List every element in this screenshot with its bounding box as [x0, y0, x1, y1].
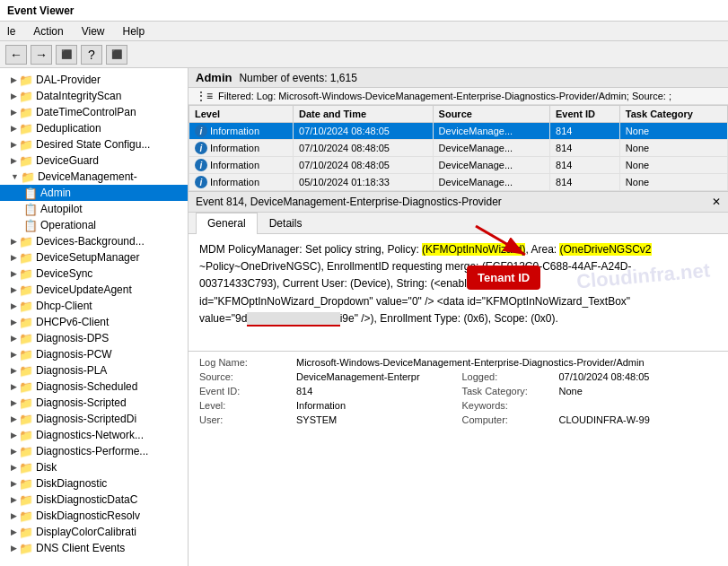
taskcategory-label: Task Category:	[462, 386, 552, 396]
tree-item[interactable]: ▶ 📁 DHCPv6-Client	[0, 314, 188, 330]
table-header-row: Level Date and Time Source Event ID Task…	[189, 106, 728, 123]
eventid-value: 814	[296, 386, 455, 396]
detail-content: Cloudinfra.net MDM PolicyManager: Set po…	[189, 234, 728, 351]
tree-item[interactable]: ▶ 📁 Dhcp-Client	[0, 298, 188, 314]
col-eventid[interactable]: Event ID	[550, 106, 620, 123]
taskcategory-cell: None	[619, 140, 727, 157]
taskcategory-cell: None	[619, 157, 727, 174]
tree-item[interactable]: ▶ 📁 DiskDiagnosticDataC	[0, 492, 188, 508]
menu-file[interactable]: le	[4, 23, 19, 39]
user-value: SYSTEM	[296, 414, 455, 425]
tree-item[interactable]: ▶ 📁 DeviceSync	[0, 266, 188, 282]
view-button[interactable]: ⬛	[56, 45, 77, 65]
tree-item[interactable]: ▶ 📁 DiskDiagnostic	[0, 475, 188, 492]
computer-label: Computer:	[462, 414, 552, 425]
table-row[interactable]: iInformation07/10/2024 08:48:05DeviceMan…	[189, 157, 728, 174]
filter-bar: ⋮≡ Filtered: Log: Microsoft-Windows-Devi…	[189, 88, 728, 105]
tree-item[interactable]: ▶ 📁 DeviceGuard	[0, 152, 188, 169]
tree-item[interactable]: ▶ 📁 Desired State Configu...	[0, 136, 188, 152]
extra-button[interactable]: ⬛	[106, 45, 127, 65]
taskcategory-cell: None	[619, 123, 727, 140]
tree-operational[interactable]: 📋 Operational	[0, 217, 188, 233]
logged-value: 07/10/2024 08:48:05	[559, 371, 718, 382]
keywords-label: Keywords:	[462, 400, 552, 411]
eventid-cell: 814	[550, 157, 620, 174]
tree-item[interactable]: ▶ 📁 Diagnosis-PLA	[0, 362, 188, 379]
main-container: ▶ 📁 DAL-Provider ▶ 📁 DataIntegrityScan ▶…	[0, 68, 728, 566]
highlight-area: (OneDriveNGSCv2	[559, 243, 651, 256]
detail-tabs: General Details	[189, 213, 728, 234]
tree-item[interactable]: ▶ 📁 DAL-Provider	[0, 72, 188, 88]
source-cell: DeviceManage...	[433, 123, 549, 140]
filter-text: Filtered: Log: Microsoft-Windows-DeviceM…	[218, 91, 671, 101]
menu-help[interactable]: Help	[119, 23, 149, 39]
tree-item[interactable]: ▶ 📁 Diagnostics-Performe...	[0, 443, 188, 459]
back-button[interactable]: ←	[5, 45, 27, 65]
level-label: Level:	[199, 400, 289, 411]
source-cell: DeviceManage...	[433, 140, 549, 157]
level-value: Information	[296, 400, 455, 411]
red-arrow-svg	[467, 217, 539, 262]
tree-item[interactable]: ▶ 📁 DisplayColorCalibrati	[0, 524, 188, 540]
user-label: User:	[199, 414, 289, 425]
log-name-label: Log Name:	[199, 357, 289, 368]
title-text: Event Viewer	[7, 4, 74, 17]
tree-item[interactable]: ▶ 📁 DeviceUpdateAgent	[0, 282, 188, 298]
arrow-annotation: Tenant ID	[467, 217, 540, 291]
info-icon: i	[195, 159, 207, 171]
bottom-info: Log Name: Microsoft-Windows-DeviceManage…	[189, 351, 728, 431]
tab-general[interactable]: General	[196, 213, 258, 234]
tree-item[interactable]: ▶ 📁 DataIntegrityScan	[0, 88, 188, 104]
tree-autopilot[interactable]: 📋 Autopilot	[0, 201, 188, 217]
tree-item[interactable]: ▶ 📁 Diagnostics-Network...	[0, 427, 188, 443]
col-taskcategory[interactable]: Task Category	[619, 106, 727, 123]
eventid-label: Event ID:	[199, 386, 289, 396]
tenant-id-label: Tenant ID	[467, 266, 540, 291]
help-button[interactable]: ?	[81, 45, 102, 65]
detail-header-title: Event 814, DeviceManagement-Enterprise-D…	[196, 196, 502, 208]
eventid-cell: 814	[550, 123, 620, 140]
detail-close-icon[interactable]: ✕	[712, 196, 721, 208]
tree-item[interactable]: ▶ 📁 DateTimeControlPan	[0, 104, 188, 120]
tab-details[interactable]: Details	[258, 213, 314, 233]
tree-device-management[interactable]: ▼ 📁 DeviceManagement-	[0, 169, 188, 185]
tree-item[interactable]: ▶ 📁 DNS Client Events	[0, 540, 188, 556]
tree-item[interactable]: ▶ 📁 Diagnosis-Scheduled	[0, 379, 188, 395]
detail-header: Event 814, DeviceManagement-Enterprise-D…	[189, 192, 728, 213]
table-row[interactable]: iInformation07/10/2024 08:48:05DeviceMan…	[189, 123, 728, 140]
tree-admin[interactable]: 📋 Admin	[0, 185, 188, 201]
event-detail-panel: Event 814, DeviceManagement-Enterprise-D…	[189, 192, 728, 566]
tree-item[interactable]: ▶ 📁 Devices-Background...	[0, 233, 188, 249]
info-icon: i	[195, 125, 207, 137]
menu-action[interactable]: Action	[30, 23, 66, 39]
col-datetime[interactable]: Date and Time	[294, 106, 434, 123]
tree-item[interactable]: ▶ 📁 DiskDiagnosticResolv	[0, 508, 188, 524]
col-source[interactable]: Source	[433, 106, 549, 123]
tree-item[interactable]: ▶ 📁 Diagnosis-PCW	[0, 346, 188, 362]
tree-item[interactable]: ▶ 📁 DeviceSetupManager	[0, 249, 188, 266]
event-table: Level Date and Time Source Event ID Task…	[189, 105, 728, 191]
menu-view[interactable]: View	[78, 23, 109, 39]
source-cell: DeviceManage...	[433, 174, 549, 191]
taskcategory-cell: None	[619, 174, 727, 191]
tree-item[interactable]: ▶ 📁 Deduplication	[0, 120, 188, 136]
datetime-cell: 07/10/2024 08:48:05	[294, 140, 434, 157]
event-list-header: Admin Number of events: 1,615	[189, 68, 728, 88]
col-level[interactable]: Level	[189, 106, 294, 123]
tree-item[interactable]: ▶ 📁 Disk	[0, 459, 188, 475]
svg-line-1	[476, 226, 525, 255]
event-list-panel: Admin Number of events: 1,615 ⋮≡ Filtere…	[189, 68, 728, 192]
detail-text: MDM PolicyManager: Set policy string, Po…	[199, 241, 717, 327]
datetime-cell: 07/10/2024 08:48:05	[294, 157, 434, 174]
logged-label: Logged:	[462, 371, 552, 382]
forward-button[interactable]: →	[31, 45, 52, 65]
toolbar: ← → ⬛ ? ⬛	[0, 41, 728, 68]
table-row[interactable]: iInformation07/10/2024 08:48:05DeviceMan…	[189, 140, 728, 157]
tree-item[interactable]: ▶ 📁 Diagnosis-ScriptedDi	[0, 411, 188, 427]
computer-value: CLOUDINFRA-W-99	[559, 414, 718, 425]
tree-item[interactable]: ▶ 📁 Diagnosis-Scripted	[0, 395, 188, 411]
tree-item[interactable]: ▶ 📁 Diagnosis-DPS	[0, 330, 188, 346]
source-label: Source:	[199, 371, 289, 382]
table-row[interactable]: iInformation05/10/2024 01:18:33DeviceMan…	[189, 174, 728, 191]
tree-panel[interactable]: ▶ 📁 DAL-Provider ▶ 📁 DataIntegrityScan ▶…	[0, 68, 189, 566]
